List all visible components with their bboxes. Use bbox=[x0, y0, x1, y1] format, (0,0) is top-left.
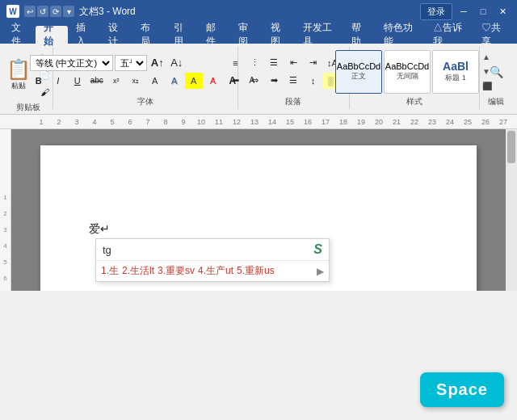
ruler-mark: 16 bbox=[299, 118, 317, 126]
increase-font-button[interactable]: A↑ bbox=[149, 55, 166, 71]
ruler-num: 2 bbox=[3, 210, 6, 226]
tab-mailings[interactable]: 邮件 bbox=[198, 26, 230, 44]
editing-label: 编辑 bbox=[488, 94, 504, 107]
tab-developer[interactable]: 开发工具 bbox=[295, 26, 343, 44]
scrollbar-thumb[interactable] bbox=[507, 131, 515, 163]
close-button[interactable]: ✕ bbox=[494, 4, 511, 19]
ruler-mark: 27 bbox=[494, 118, 512, 126]
line-spacing-button[interactable]: ↕ bbox=[304, 73, 322, 89]
styles-label: 样式 bbox=[406, 94, 422, 107]
ruler-marks: 1 2 3 4 5 6 7 8 9 10 11 12 13 14 15 16 1… bbox=[32, 118, 517, 126]
ruler-num: 6 bbox=[3, 275, 6, 291]
decrease-font-button[interactable]: A↓ bbox=[168, 55, 186, 71]
ruler-mark: 10 bbox=[192, 118, 210, 126]
numbering-button[interactable]: ⋮ bbox=[246, 55, 263, 71]
style-normal[interactable]: AaBbCcDd 正文 bbox=[335, 50, 382, 94]
ruler-mark: 9 bbox=[174, 118, 192, 126]
text-effect-button[interactable]: A bbox=[166, 73, 183, 89]
align-center-button[interactable]: ⇔ bbox=[246, 73, 263, 89]
horizontal-ruler: 1 2 3 4 5 6 7 8 9 10 11 12 13 14 15 16 1… bbox=[0, 115, 517, 129]
search-button[interactable]: 🔍 bbox=[486, 62, 506, 82]
suggestion-5[interactable]: 5.重新us bbox=[237, 264, 275, 278]
document-area[interactable]: 1 2 3 4 5 6 爱↵ tg S 1.生 2.生活lt 3.重要sv 4.… bbox=[0, 129, 517, 291]
tab-design[interactable]: 设计 bbox=[100, 26, 132, 44]
ruler-mark: 5 bbox=[103, 118, 121, 126]
minimize-button[interactable]: ─ bbox=[456, 4, 472, 19]
ruler-mark: 8 bbox=[157, 118, 174, 126]
tab-view[interactable]: 视图 bbox=[263, 26, 295, 44]
login-button[interactable]: 登录 bbox=[420, 3, 452, 20]
styles-gallery: AaBbCcDd 正文 AaBbCcDd 无间隔 AaBl 标题 1 ▲ ▼ ⬛ bbox=[335, 49, 494, 94]
ruler-mark: 23 bbox=[423, 118, 441, 126]
ribbon-tabs: 文件 开始 插入 设计 布局 引用 邮件 审阅 视图 开发工具 帮助 特色功能 … bbox=[0, 23, 517, 44]
ruler-mark: 22 bbox=[406, 118, 423, 126]
align-right-button[interactable]: ➡ bbox=[265, 73, 283, 89]
tab-layout[interactable]: 布局 bbox=[132, 26, 165, 44]
suggestion-3[interactable]: 3.重要sv bbox=[158, 264, 195, 278]
bullets-button[interactable]: ≡ bbox=[226, 55, 244, 71]
style-no-spacing[interactable]: AaBbCcDd 无间隔 bbox=[384, 50, 431, 94]
ruler-mark: 24 bbox=[441, 118, 459, 126]
paste-label: 粘贴 bbox=[11, 81, 26, 91]
bold-button[interactable]: B bbox=[30, 73, 48, 89]
suggestion-1[interactable]: 1.生 bbox=[101, 264, 119, 278]
highlight-button[interactable]: A bbox=[185, 73, 203, 89]
style-no-spacing-label: 无间隔 bbox=[397, 71, 418, 82]
ruler-mark: 2 bbox=[50, 118, 68, 126]
ruler-mark: 26 bbox=[477, 118, 494, 126]
redo-button[interactable]: ↺ bbox=[37, 6, 48, 17]
strikethrough-button[interactable]: abc bbox=[88, 73, 106, 89]
tab-references[interactable]: 引用 bbox=[166, 26, 198, 44]
subscript-button[interactable]: x₂ bbox=[127, 73, 145, 89]
tab-review[interactable]: 审阅 bbox=[230, 26, 263, 44]
suggestion-more-button[interactable]: ▶ bbox=[317, 266, 324, 277]
italic-button[interactable]: I bbox=[49, 73, 67, 89]
font-size-select[interactable]: 五号 bbox=[115, 55, 147, 71]
document-text: 爱↵ bbox=[89, 222, 110, 237]
font-color-button[interactable]: A bbox=[204, 73, 222, 89]
autocomplete-suggestions: 1.生 2.生活lt 3.重要sv 4.生产ut 5.重新us ▶ bbox=[96, 261, 329, 281]
tab-home[interactable]: 开始 bbox=[36, 26, 68, 44]
style-heading1-label: 标题 1 bbox=[445, 73, 466, 83]
vertical-scrollbar[interactable] bbox=[506, 129, 517, 291]
increase-indent-button[interactable]: ⇥ bbox=[304, 55, 322, 71]
customize-button[interactable]: ▾ bbox=[63, 6, 74, 17]
underline-button[interactable]: U bbox=[69, 73, 86, 89]
outline-button[interactable]: ☰ bbox=[265, 55, 283, 71]
clear-format-button[interactable]: A bbox=[146, 73, 164, 89]
tab-tell-me[interactable]: △告诉我 bbox=[425, 26, 473, 44]
tab-file[interactable]: 文件 bbox=[3, 26, 36, 44]
document-page[interactable]: 爱↵ tg S 1.生 2.生活lt 3.重要sv 4.生产ut 5.重新us … bbox=[40, 145, 477, 291]
superscript-button[interactable]: x² bbox=[107, 73, 125, 89]
style-heading1[interactable]: AaBl 标题 1 bbox=[432, 50, 479, 94]
ruler-num: 1 bbox=[3, 194, 6, 210]
tab-features[interactable]: 特色功能 bbox=[376, 26, 424, 44]
autosave-button[interactable]: ⟳ bbox=[50, 6, 61, 17]
suggestion-2[interactable]: 2.生活lt bbox=[122, 264, 154, 278]
ruler-mark: 7 bbox=[139, 118, 157, 126]
undo-button[interactable]: ↩ bbox=[24, 6, 36, 17]
tab-help[interactable]: 帮助 bbox=[343, 26, 376, 44]
paragraph-label: 段落 bbox=[285, 94, 301, 107]
ruler-mark: 19 bbox=[352, 118, 370, 126]
font-family-select[interactable]: 等线 (中文正文) bbox=[30, 55, 113, 71]
maximize-button[interactable]: □ bbox=[475, 4, 491, 19]
vertical-ruler: 1 2 3 4 5 6 bbox=[0, 129, 11, 291]
space-button[interactable]: Space bbox=[420, 372, 504, 407]
align-left-button[interactable]: ⬅ bbox=[226, 73, 244, 89]
suggestion-4[interactable]: 4.生产ut bbox=[198, 264, 233, 278]
window-title: 文档3 - Word bbox=[79, 5, 136, 19]
ruler-num: 5 bbox=[3, 258, 6, 275]
tab-insert[interactable]: 插入 bbox=[68, 26, 100, 44]
decrease-indent-button[interactable]: ⇤ bbox=[284, 55, 302, 71]
ruler-mark: 21 bbox=[388, 118, 406, 126]
ruler-mark: 17 bbox=[317, 118, 334, 126]
justify-button[interactable]: ☰ bbox=[284, 73, 302, 89]
tab-share[interactable]: ♡共享 bbox=[473, 26, 514, 44]
paragraph-group: ≡ ⋮ ☰ ⇤ ⇥ ↕A ¶ ⬅ ⇔ ➡ ☰ ↕ ░ ⊞ bbox=[238, 47, 350, 109]
quick-access-toolbar[interactable]: ↩ ↺ ⟳ ▾ bbox=[24, 6, 74, 17]
clipboard-label: 剪贴板 bbox=[16, 100, 40, 113]
autocomplete-popup[interactable]: tg S 1.生 2.生活lt 3.重要sv 4.生产ut 5.重新us ▶ bbox=[95, 238, 330, 282]
style-normal-preview: AaBbCcDd bbox=[337, 61, 380, 71]
style-no-spacing-preview: AaBbCcDd bbox=[385, 61, 429, 71]
